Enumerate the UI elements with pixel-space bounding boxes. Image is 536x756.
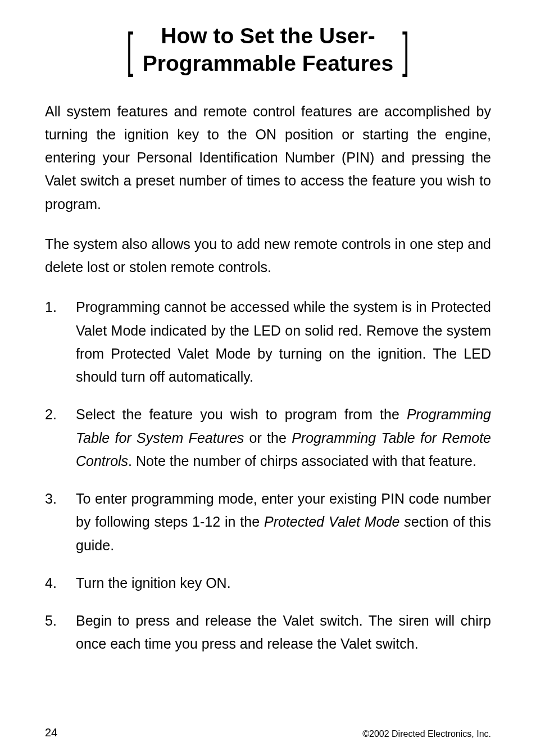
title-line-2: Programmable Features: [143, 51, 394, 75]
page-title: How to Set the User- Programmable Featur…: [137, 22, 399, 78]
italic-text: s: [404, 514, 411, 529]
list-number: 4.: [45, 572, 76, 595]
intro-paragraph-1: All system features and remote control f…: [45, 100, 491, 216]
list-item: 4. Turn the ignition key ON.: [45, 572, 491, 595]
list-item: 3. To enter programming mode, enter your…: [45, 487, 491, 557]
left-bracket-icon: [: [126, 25, 133, 75]
list-body: Select the feature you wish to program f…: [76, 403, 491, 473]
list-body: To enter programming mode, enter your ex…: [76, 487, 491, 557]
text-part: Select the feature you wish to program f…: [76, 406, 407, 422]
list-number: 3.: [45, 487, 76, 557]
list-item: 2. Select the feature you wish to progra…: [45, 403, 491, 473]
text-part: . Note the number of chirps associated w…: [128, 453, 476, 469]
text-part: or the: [244, 430, 292, 446]
intro-paragraph-2: The system also allows you to add new re…: [45, 233, 491, 279]
italic-text: Protected Valet Mode: [264, 514, 404, 529]
page-title-wrap: [ How to Set the User- Programmable Feat…: [45, 22, 491, 78]
right-bracket-icon: ]: [402, 25, 409, 75]
copyright-text: ©2002 Directed Electronics, Inc.: [362, 729, 491, 739]
list-number: 2.: [45, 403, 76, 473]
list-item: 5. Begin to press and release the Valet …: [45, 609, 491, 656]
list-item: 1. Programming cannot be accessed while …: [45, 296, 491, 388]
title-line-1: How to Set the User-: [161, 24, 375, 48]
list-body: Programming cannot be accessed while the…: [76, 296, 491, 388]
list-number: 1.: [45, 296, 76, 388]
list-body: Begin to press and release the Valet swi…: [76, 609, 491, 656]
list-number: 5.: [45, 609, 76, 656]
list-body: Turn the ignition key ON.: [76, 572, 491, 595]
page-footer: 24 ©2002 Directed Electronics, Inc.: [45, 726, 491, 739]
instruction-list: 1. Programming cannot be accessed while …: [45, 296, 491, 670]
page-number: 24: [45, 726, 57, 739]
